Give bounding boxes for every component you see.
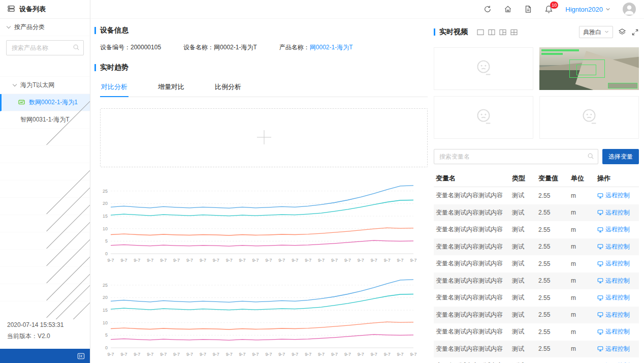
remote-control-link[interactable]: 远程控制 — [597, 191, 630, 200]
layers-icon[interactable] — [618, 28, 626, 36]
video-osd-text — [541, 49, 579, 51]
variable-name-cell: 变量名测试内容测试内容 — [434, 307, 510, 324]
trend-section-title: 实时趋势 — [94, 63, 428, 72]
tab-increment-compare[interactable]: 增量对比 — [157, 78, 185, 97]
remote-control-link[interactable]: 远程控制 — [597, 293, 630, 302]
fullscreen-icon[interactable] — [631, 28, 639, 36]
sidebar-group-by-product[interactable]: 按产品分类 — [0, 19, 90, 36]
svg-text:9-7: 9-7 — [226, 258, 233, 263]
video-header: 实时视频 典雅白 — [434, 26, 639, 38]
layout-two-pane-icon[interactable] — [488, 29, 495, 36]
variable-row: 变量名测试内容测试内容测试2.55m远程控制 — [434, 307, 639, 324]
video-slot-3-empty[interactable] — [434, 96, 533, 139]
chevron-down-icon — [605, 6, 610, 13]
current-time: 2020-07-14 15:53:31 — [7, 319, 83, 330]
remote-control-link[interactable]: 远程控制 — [597, 277, 630, 285]
collapse-sidebar-icon[interactable] — [77, 352, 85, 360]
svg-text:9-7: 9-7 — [160, 258, 167, 263]
add-chart-placeholder[interactable] — [100, 108, 428, 167]
variable-value-cell: 2.55 — [536, 273, 569, 290]
tab-compare-analysis[interactable]: 对比分析 — [100, 78, 128, 97]
remote-control-link[interactable]: 远程控制 — [597, 345, 630, 353]
sidebar-tree: 按产品分类 模拟中冶设备海为T以太网数网0002-1-海为1智网0031-1-海… — [0, 19, 90, 319]
variable-value-cell: 2.55 — [536, 357, 569, 363]
svg-text:9-7: 9-7 — [344, 352, 351, 357]
video-layout-switcher — [477, 29, 518, 36]
video-section-title: 实时视频 — [434, 27, 468, 37]
svg-text:9-7: 9-7 — [318, 352, 325, 357]
refresh-icon[interactable] — [484, 5, 492, 13]
remote-control-icon — [597, 278, 603, 284]
document-icon[interactable] — [524, 5, 532, 13]
remote-control-icon — [597, 346, 603, 352]
variable-type-cell: 测试 — [510, 221, 536, 238]
device-detail-panel: 设备信息 设备编号：200000105 设备名称：网0002-1-海为T 产品名… — [90, 19, 434, 363]
variable-value-cell: 2.55 — [536, 238, 569, 256]
variable-name-cell: 变量名测试内容测试内容 — [434, 238, 510, 256]
notifications-icon[interactable]: 10 — [544, 5, 553, 14]
variable-unit-cell: m — [569, 307, 595, 324]
variable-action-cell: 远程控制 — [595, 357, 639, 363]
variable-name-cell: 变量名测试内容测试内容 — [434, 289, 510, 307]
svg-text:9-7: 9-7 — [173, 258, 180, 263]
video-slot-4-empty[interactable] — [539, 96, 639, 139]
sidebar-item-product[interactable]: 标准Modbus以太网 — [0, 146, 90, 163]
svg-text:25: 25 — [103, 189, 108, 194]
tab-ratio-analysis[interactable]: 比例分析 — [214, 78, 242, 97]
variable-row: 变量名测试内容测试内容测试2.55m远程控制 — [434, 204, 639, 222]
variable-unit-cell: m — [569, 357, 595, 363]
remote-control-link[interactable]: 远程控制 — [597, 327, 630, 336]
variable-unit-cell: m — [569, 273, 595, 290]
svg-text:9-7: 9-7 — [200, 258, 206, 263]
theme-select[interactable]: 典雅白 — [579, 26, 613, 38]
variable-type-cell: 测试 — [510, 187, 536, 204]
video-grid — [434, 47, 639, 139]
svg-text:9-7: 9-7 — [252, 352, 259, 357]
svg-text:10: 10 — [103, 226, 108, 231]
svg-text:9-7: 9-7 — [147, 258, 153, 263]
variable-type-cell: 测试 — [510, 238, 536, 256]
variables-table: 变量名类型变量值单位操作 变量名测试内容测试内容测试2.55m远程控制变量名测试… — [434, 170, 639, 363]
remote-control-link[interactable]: 远程控制 — [597, 208, 630, 217]
select-variable-button[interactable]: 选择变量 — [602, 149, 639, 164]
video-slot-2-live-feed[interactable] — [539, 47, 639, 90]
remote-control-link[interactable]: 远程控制 — [597, 225, 630, 234]
layout-four-grid-icon[interactable] — [510, 29, 518, 36]
remote-control-link[interactable]: 远程控制 — [597, 243, 630, 251]
variable-row: 变量名测试内容测试内容测试2.55m远程控制 — [434, 238, 639, 256]
svg-text:9-7: 9-7 — [239, 258, 246, 263]
svg-text:9-7: 9-7 — [252, 258, 259, 263]
variable-row: 变量名测试内容测试内容测试2.55m远程控制 — [434, 221, 639, 238]
svg-text:20: 20 — [103, 295, 108, 300]
sidebar-item-product[interactable]: 海为T以太网 — [0, 77, 90, 94]
no-video-icon — [472, 105, 495, 130]
remote-control-link[interactable]: 远程控制 — [597, 259, 630, 268]
product-search — [6, 40, 84, 55]
svg-text:9-7: 9-7 — [305, 352, 311, 357]
variable-search-input[interactable] — [434, 149, 598, 164]
layout-three-pane-icon[interactable] — [499, 29, 506, 36]
variable-action-cell: 远程控制 — [595, 238, 639, 256]
svg-text:9-7: 9-7 — [384, 258, 391, 263]
avatar[interactable] — [623, 3, 636, 16]
variable-type-cell: 测试 — [510, 341, 536, 358]
sidebar-item-label: 数网0002-1-海为1 — [29, 98, 78, 107]
variable-action-cell: 远程控制 — [595, 341, 639, 358]
variable-unit-cell: m — [569, 323, 595, 341]
svg-text:9-7: 9-7 — [239, 352, 246, 357]
trend-chart-1: 05101520259-79-79-79-79-79-79-79-79-79-7… — [95, 179, 428, 266]
video-slot-1-empty[interactable] — [434, 47, 533, 90]
app: 设备列表 按产品分类 模拟中冶设备海为T以太网数网0002-1-海为1智网003… — [0, 0, 644, 363]
title-accent-bar — [434, 28, 435, 36]
home-icon[interactable] — [504, 5, 512, 13]
remote-control-icon — [597, 312, 603, 318]
layout-single-icon[interactable] — [477, 29, 484, 36]
product-name-link[interactable]: 网0002-1-海为T — [310, 44, 353, 51]
svg-text:9-7: 9-7 — [278, 352, 285, 357]
sidebar-header: 设备列表 — [0, 0, 90, 19]
sidebar-item-product[interactable]: 模拟中冶设备 — [0, 59, 90, 77]
svg-text:9-7: 9-7 — [344, 258, 351, 263]
column-header: 变量值 — [536, 170, 569, 187]
user-menu[interactable]: Hignton2020 — [565, 6, 610, 13]
remote-control-link[interactable]: 远程控制 — [597, 311, 630, 319]
